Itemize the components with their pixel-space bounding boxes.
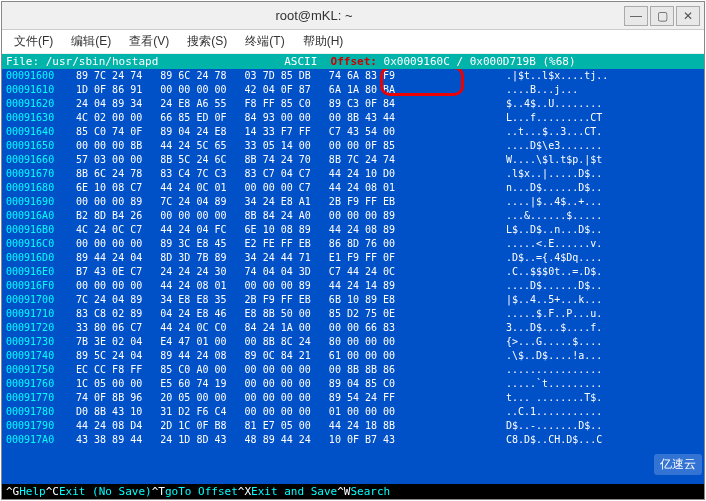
hex-row: 0009171083 C8 02 89 04 24 E8 46 E8 8B 50… [2, 307, 704, 321]
menu-file[interactable]: 文件(F) [10, 31, 57, 52]
menu-search[interactable]: 搜索(S) [183, 31, 231, 52]
hex-ascii: ................ [506, 363, 602, 377]
help-bar: ^G Help ^C Exit (No Save) ^T goTo Offset… [2, 484, 704, 499]
hex-ascii: .|$t..l$x....tj.. [506, 69, 608, 83]
hex-bytes: 8B 6C 24 78 83 C4 7C C3 83 C7 04 C7 44 2… [76, 167, 506, 181]
hex-ascii: .D$..={.4$Dq.... [506, 251, 602, 265]
hex-bytes: 89 5C 24 04 89 44 24 08 89 0C 84 21 61 0… [76, 349, 506, 363]
hex-bytes: 6E 10 08 C7 44 24 0C 01 00 00 00 C7 44 2… [76, 181, 506, 195]
hex-ascii: .l$x..|.....D$.. [506, 167, 602, 181]
hex-bytes: 4C 24 0C C7 44 24 04 FC 6E 10 08 89 44 2… [76, 223, 506, 237]
hex-ascii: 3...D$...$....f. [506, 321, 602, 335]
hex-row: 0009179044 24 08 D4 2D 1C 0F B8 81 E7 05… [2, 419, 704, 433]
hex-ascii: .\$..D$....!a... [506, 349, 602, 363]
window-title: root@mKL: ~ [6, 8, 622, 23]
hex-address: 00091780 [6, 405, 76, 419]
file-path: /usr/sbin/hostapd [46, 55, 159, 68]
hex-ascii: L...f.........CT [506, 111, 602, 125]
hex-ascii: $..4$..U........ [506, 97, 602, 111]
hex-address: 00091610 [6, 83, 76, 97]
ascii-label: ASCII [284, 55, 317, 68]
hex-row: 000916A0B2 8D B4 26 00 00 00 00 8B 84 24… [2, 209, 704, 223]
hex-content[interactable]: 0009160089 7C 24 74 89 6C 24 78 03 7D 85… [2, 69, 704, 484]
hex-bytes: 7B 3E 02 04 E4 47 01 00 00 8B 8C 24 80 0… [76, 335, 506, 349]
hex-bytes: 1D 0F 86 91 00 00 00 00 42 04 0F 87 6A 1… [76, 83, 506, 97]
terminal-window: root@mKL: ~ — ▢ ✕ 文件(F) 编辑(E) 查看(V) 搜索(S… [1, 1, 705, 500]
menu-terminal[interactable]: 终端(T) [241, 31, 288, 52]
hex-ascii: ...&......$..... [506, 209, 602, 223]
menu-help[interactable]: 帮助(H) [299, 31, 348, 52]
hex-row: 0009166057 03 00 00 8B 5C 24 6C 8B 74 24… [2, 153, 704, 167]
hex-address: 000916D0 [6, 251, 76, 265]
hex-address: 00091760 [6, 377, 76, 391]
hex-row: 000916101D 0F 86 91 00 00 00 00 42 04 0F… [2, 83, 704, 97]
hex-ascii: {>...G.....$.... [506, 335, 602, 349]
offset-label: Offset: [331, 55, 384, 68]
help-key: ^W [337, 485, 350, 498]
help-label: goTo Offset [165, 485, 238, 498]
hex-bytes: 1C 05 00 00 E5 60 74 19 00 00 00 00 89 0… [76, 377, 506, 391]
hex-row: 0009164085 C0 74 0F 89 04 24 E8 14 33 F7… [2, 125, 704, 139]
hex-address: 000916B0 [6, 223, 76, 237]
hex-ascii: ....B...j... [506, 83, 578, 97]
help-label: Help [19, 485, 46, 498]
hex-bytes: 4C 02 00 00 66 85 ED 0F 84 93 00 00 00 8… [76, 111, 506, 125]
offset-value: 0x0009160C / 0x000D719B (%68) [384, 55, 576, 68]
hex-row: 00091750EC CC F8 FF 85 C0 A0 00 00 00 00… [2, 363, 704, 377]
hex-row: 000916304C 02 00 00 66 85 ED 0F 84 93 00… [2, 111, 704, 125]
hex-row: 000916C000 00 00 00 89 3C E8 45 E2 FE FF… [2, 237, 704, 251]
hex-ascii: t... ........T$. [506, 391, 602, 405]
hex-ascii: D$..-.......D$.. [506, 419, 602, 433]
hex-address: 000916A0 [6, 209, 76, 223]
minimize-button[interactable]: — [624, 6, 648, 26]
hex-bytes: 43 38 89 44 24 1D 8D 43 48 89 44 24 10 0… [76, 433, 506, 447]
hex-ascii: ....D$\e3....... [506, 139, 602, 153]
hex-ascii: ....D$......D$.. [506, 279, 602, 293]
hex-ascii: .....<.E......v. [506, 237, 602, 251]
hex-address: 00091690 [6, 195, 76, 209]
help-key: ^X [238, 485, 251, 498]
hex-bytes: 00 00 00 89 7C 24 04 89 34 24 E8 A1 2B F… [76, 195, 506, 209]
hex-row: 000916F000 00 00 00 44 24 08 01 00 00 00… [2, 279, 704, 293]
hex-ascii: ..C.1........... [506, 405, 602, 419]
hex-statusbar: File: /usr/sbin/hostapd ASCII Offset: 0x… [2, 54, 704, 69]
maximize-button[interactable]: ▢ [650, 6, 674, 26]
hex-bytes: 44 24 08 D4 2D 1C 0F B8 81 E7 05 00 44 2… [76, 419, 506, 433]
hex-address: 00091710 [6, 307, 76, 321]
hex-bytes: 57 03 00 00 8B 5C 24 6C 8B 74 24 70 8B 7… [76, 153, 506, 167]
hex-row: 000916B04C 24 0C C7 44 24 04 FC 6E 10 08… [2, 223, 704, 237]
hex-bytes: B7 43 0E C7 24 24 24 30 74 04 04 3D C7 4… [76, 265, 506, 279]
hex-bytes: 00 00 00 8B 44 24 5C 65 33 05 14 00 00 0… [76, 139, 506, 153]
hex-address: 00091660 [6, 153, 76, 167]
hex-row: 000916806E 10 08 C7 44 24 0C 01 00 00 00… [2, 181, 704, 195]
hex-row: 0009169000 00 00 89 7C 24 04 89 34 24 E8… [2, 195, 704, 209]
menu-view[interactable]: 查看(V) [125, 31, 173, 52]
hex-ascii: n...D$......D$.. [506, 181, 602, 195]
help-key: ^T [152, 485, 165, 498]
hex-address: 000916F0 [6, 279, 76, 293]
hex-row: 000916E0B7 43 0E C7 24 24 24 30 74 04 04… [2, 265, 704, 279]
hex-address: 00091720 [6, 321, 76, 335]
hex-address: 00091640 [6, 125, 76, 139]
menu-edit[interactable]: 编辑(E) [67, 31, 115, 52]
hex-bytes: 85 C0 74 0F 89 04 24 E8 14 33 F7 FF C7 4… [76, 125, 506, 139]
hex-ascii: .....$.F..P...u. [506, 307, 602, 321]
hex-ascii: .....`t......... [506, 377, 602, 391]
close-button[interactable]: ✕ [676, 6, 700, 26]
hex-row: 000916D089 44 24 04 8D 3D 7B 89 34 24 44… [2, 251, 704, 265]
hex-row: 0009174089 5C 24 04 89 44 24 08 89 0C 84… [2, 349, 704, 363]
hex-ascii: C8.D$..CH.D$...C [506, 433, 602, 447]
hex-row: 0009177074 0F 8B 96 20 05 00 00 00 00 00… [2, 391, 704, 405]
menubar: 文件(F) 编辑(E) 查看(V) 搜索(S) 终端(T) 帮助(H) [2, 30, 704, 54]
hex-address: 00091750 [6, 363, 76, 377]
help-key: ^G [6, 485, 19, 498]
hex-bytes: 89 7C 24 74 89 6C 24 78 03 7D 85 DB 74 6… [76, 69, 506, 83]
hex-row: 000917601C 05 00 00 E5 60 74 19 00 00 00… [2, 377, 704, 391]
hex-bytes: 00 00 00 00 44 24 08 01 00 00 00 89 44 2… [76, 279, 506, 293]
hex-address: 00091600 [6, 69, 76, 83]
hex-address: 00091670 [6, 167, 76, 181]
hex-address: 00091680 [6, 181, 76, 195]
hex-ascii: |$..4..5+...k... [506, 293, 602, 307]
hex-row: 0009172033 80 06 C7 44 24 0C C0 84 24 1A… [2, 321, 704, 335]
hex-address: 00091700 [6, 293, 76, 307]
